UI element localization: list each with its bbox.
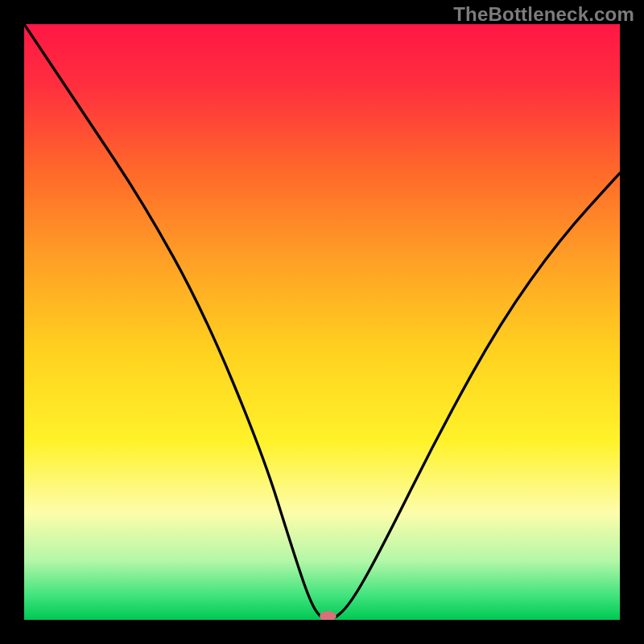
bottleneck-chart <box>24 24 620 620</box>
gradient-background <box>24 24 620 620</box>
watermark-text: TheBottleneck.com <box>453 3 634 26</box>
chart-frame: TheBottleneck.com <box>0 0 644 644</box>
